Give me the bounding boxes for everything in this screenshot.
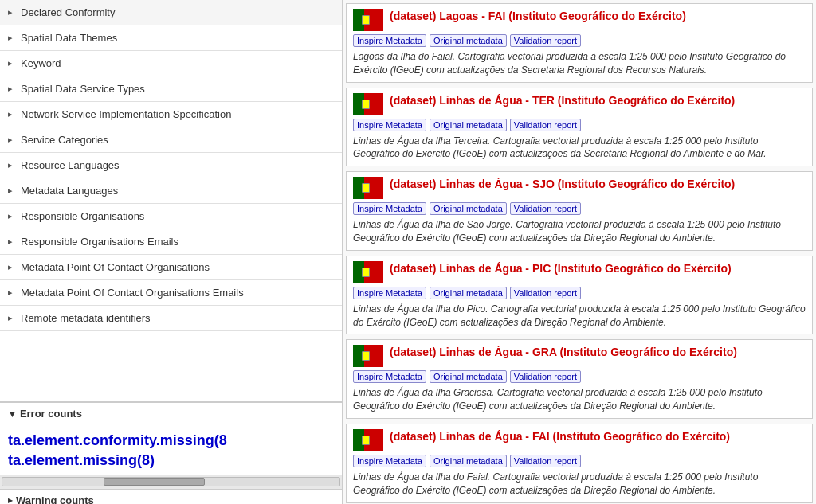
result-header-result-linhas-pic: (dataset) Linhas de Água - PIC (Institut… [353,261,806,283]
result-link-original-result-lagoas[interactable]: Original metadata [430,34,507,47]
filter-arrow-service-categories: ▸ [8,135,18,145]
result-link-inspire-result-linhas-pic[interactable]: Inspire Metadata [353,287,426,299]
result-links-result-lagoas: Inspire MetadataOriginal metadataValidat… [353,34,806,47]
result-link-original-result-linhas-gra[interactable]: Original metadata [430,370,507,383]
result-description-result-linhas-pic: Linhas de Água da Ilha do Pico. Cartogra… [353,303,806,330]
filter-arrow-responsible-orgs-emails: ▸ [8,236,18,247]
filter-arrow-responsible-orgs: ▸ [8,211,18,221]
filter-label-responsible-orgs: Responsible Organisations [21,210,144,222]
filter-item-keyword[interactable]: ▸Keyword [0,51,342,76]
filter-item-responsible-orgs[interactable]: ▸Responsible Organisations [0,204,342,229]
result-link-validation-result-linhas-ter[interactable]: Validation report [510,119,581,131]
filter-label-service-categories: Service Categories [21,134,108,146]
error-link-conformity-missing[interactable]: ta.element.conformity.missing(8 [8,431,334,451]
flag-portugal-result-linhas-gra [353,345,383,367]
result-description-result-linhas-gra: Linhas de Água da Ilha Graciosa. Cartogr… [353,386,806,413]
result-description-result-linhas-sjo: Linhas de Água da Ilha de São Jorge. Car… [353,218,806,245]
result-link-original-result-linhas-ter[interactable]: Original metadata [430,119,507,131]
result-link-validation-result-linhas-sjo[interactable]: Validation report [510,202,581,215]
filter-label-spatial-data-themes: Spatial Data Themes [21,32,117,44]
filter-item-resource-languages[interactable]: ▸Resource Languages [0,153,342,178]
result-link-inspire-result-linhas-ter[interactable]: Inspire Metadata [353,119,426,131]
result-title-result-linhas-ter: (dataset) Linhas de Água - TER (Institut… [390,93,806,107]
result-link-inspire-result-lagoas[interactable]: Inspire Metadata [353,34,426,47]
filter-arrow-metadata-languages: ▸ [8,186,18,196]
filter-arrow-metadata-poc-orgs-emails: ▸ [8,287,18,298]
error-section-label: Error counts [20,408,82,420]
result-card-result-lagoas: (dataset) Lagoas - FAI (Instituto Geográ… [346,3,813,83]
result-title-result-lagoas: (dataset) Lagoas - FAI (Instituto Geográ… [390,9,806,23]
filter-list: ▸Declared Conformity▸Spatial Data Themes… [0,0,342,401]
filter-label-keyword: Keyword [21,57,61,69]
flag-portugal-result-linhas-pic [353,261,383,283]
result-description-result-linhas-fai: Linhas de Água da Ilha do Faial. Cartogr… [353,471,806,498]
filter-arrow-resource-languages: ▸ [8,160,18,170]
filter-item-responsible-orgs-emails[interactable]: ▸Responsible Organisations Emails [0,229,342,255]
error-section: ▼ Error counts [0,401,342,424]
result-link-inspire-result-linhas-fai[interactable]: Inspire Metadata [353,455,426,467]
result-title-result-linhas-gra: (dataset) Linhas de Água - GRA (Institut… [390,345,806,359]
result-card-result-linhas-ter: (dataset) Linhas de Água - TER (Institut… [346,88,813,167]
filter-arrow-remote-metadata-ids: ▸ [8,313,18,323]
result-link-inspire-result-linhas-gra[interactable]: Inspire Metadata [353,370,426,383]
filter-item-metadata-poc-orgs-emails[interactable]: ▸Metadata Point Of Contact Organisations… [0,280,342,306]
filter-item-remote-metadata-ids[interactable]: ▸Remote metadata identifiers [0,306,342,331]
result-links-result-linhas-sjo: Inspire MetadataOriginal metadataValidat… [353,202,806,215]
warning-section: ▸ Warning counts [0,489,342,504]
result-link-original-result-linhas-fai[interactable]: Original metadata [430,455,507,467]
filter-arrow-spatial-data-themes: ▸ [8,33,18,43]
result-header-result-linhas-gra: (dataset) Linhas de Água - GRA (Institut… [353,345,806,367]
result-description-result-linhas-ter: Linhas de Água da Ilha Terceira. Cartogr… [353,135,806,162]
filter-item-metadata-poc-orgs[interactable]: ▸Metadata Point Of Contact Organisations [0,255,342,280]
filter-item-network-service-impl[interactable]: ▸Network Service Implementation Specific… [0,102,342,127]
result-link-validation-result-linhas-gra[interactable]: Validation report [510,370,581,383]
result-link-inspire-result-linhas-sjo[interactable]: Inspire Metadata [353,202,426,215]
result-link-original-result-linhas-pic[interactable]: Original metadata [430,287,507,299]
error-section-arrow: ▼ [8,409,17,419]
filter-label-metadata-poc-orgs: Metadata Point Of Contact Organisations [21,261,210,273]
result-link-validation-result-linhas-fai[interactable]: Validation report [510,455,581,467]
result-header-result-lagoas: (dataset) Lagoas - FAI (Instituto Geográ… [353,9,806,31]
left-panel: ▸Declared Conformity▸Spatial Data Themes… [0,0,343,504]
filter-label-responsible-orgs-emails: Responsible Organisations Emails [21,236,178,248]
filter-arrow-keyword: ▸ [8,58,18,68]
result-link-validation-result-lagoas[interactable]: Validation report [510,34,581,47]
filter-label-remote-metadata-ids: Remote metadata identifiers [21,312,151,324]
result-link-validation-result-linhas-pic[interactable]: Validation report [510,287,581,299]
flag-portugal-result-linhas-fai [353,429,383,451]
result-links-result-linhas-gra: Inspire MetadataOriginal metadataValidat… [353,370,806,383]
result-links-result-linhas-fai: Inspire MetadataOriginal metadataValidat… [353,455,806,467]
result-header-result-linhas-fai: (dataset) Linhas de Água - FAI (Institut… [353,429,806,451]
result-link-original-result-linhas-sjo[interactable]: Original metadata [430,202,507,215]
filter-label-network-service-impl: Network Service Implementation Specifica… [21,108,231,120]
result-title-result-linhas-sjo: (dataset) Linhas de Água - SJO (Institut… [390,177,806,191]
result-title-result-linhas-pic: (dataset) Linhas de Água - PIC (Institut… [390,261,806,275]
flag-portugal-result-linhas-ter [353,93,383,115]
filter-item-service-categories[interactable]: ▸Service Categories [0,127,342,153]
flag-portugal-result-linhas-sjo [353,177,383,199]
filter-label-spatial-data-service-types: Spatial Data Service Types [21,83,145,95]
filter-label-metadata-languages: Metadata Languages [21,185,118,197]
result-links-result-linhas-pic: Inspire MetadataOriginal metadataValidat… [353,287,806,299]
scrollbar-area[interactable] [0,475,342,489]
filter-arrow-metadata-poc-orgs: ▸ [8,262,18,272]
result-description-result-lagoas: Lagoas da Ilha do Faial. Cartografia vec… [353,50,806,77]
result-card-result-linhas-sjo: (dataset) Linhas de Água - SJO (Institut… [346,171,813,251]
warning-section-arrow: ▸ [8,495,13,504]
filter-label-declared-conformity: Declared Conformity [21,6,116,18]
filter-label-metadata-poc-orgs-emails: Metadata Point Of Contact Organisations … [21,287,244,299]
filter-item-metadata-languages[interactable]: ▸Metadata Languages [0,178,342,204]
result-card-result-linhas-pic: (dataset) Linhas de Água - PIC (Institut… [346,256,813,335]
right-panel: (dataset) Lagoas - FAI (Instituto Geográ… [343,0,816,504]
filter-item-spatial-data-themes[interactable]: ▸Spatial Data Themes [0,25,342,51]
result-header-result-linhas-sjo: (dataset) Linhas de Água - SJO (Institut… [353,177,806,199]
error-link-element-missing[interactable]: ta.element.missing(8) [8,451,334,471]
result-title-result-linhas-fai: (dataset) Linhas de Água - FAI (Institut… [390,429,806,443]
filter-item-spatial-data-service-types[interactable]: ▸Spatial Data Service Types [0,76,342,102]
scrollbar-track[interactable] [2,477,340,486]
error-links-container: ta.element.conformity.missing(8ta.elemen… [0,424,342,474]
filter-item-declared-conformity[interactable]: ▸Declared Conformity [0,0,342,25]
result-links-result-linhas-ter: Inspire MetadataOriginal metadataValidat… [353,119,806,131]
scrollbar-thumb[interactable] [104,478,205,486]
filter-label-resource-languages: Resource Languages [21,159,120,171]
